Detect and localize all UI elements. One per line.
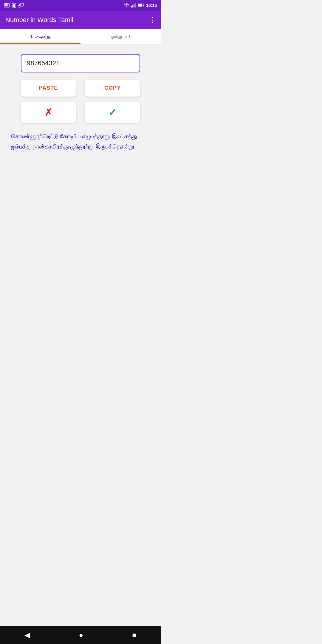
svg-rect-16 — [134, 4, 134, 7]
svg-rect-17 — [135, 3, 136, 7]
main-content: PASTE COPY ✗ ✓ தொண்ணூற்றெட்டு கோடியே எழு… — [0, 44, 161, 161]
svg-point-13 — [126, 7, 127, 7]
status-bar: 10:16 — [0, 0, 161, 11]
paste-button[interactable]: PASTE — [21, 80, 76, 97]
battery-icon — [138, 4, 144, 7]
status-time: 10:16 — [146, 3, 157, 8]
number-input[interactable] — [21, 54, 140, 72]
svg-rect-19 — [138, 4, 142, 7]
svg-rect-4 — [5, 5, 6, 6]
tab-word-to-number[interactable]: ஒன்று -> 1 — [80, 29, 161, 44]
svg-rect-3 — [7, 4, 8, 5]
svg-rect-7 — [6, 7, 8, 7]
status-bar-left — [4, 3, 24, 8]
svg-rect-20 — [143, 5, 144, 6]
svg-rect-15 — [132, 5, 133, 7]
signal-icon — [131, 3, 136, 7]
svg-rect-1 — [5, 4, 6, 5]
overflow-menu-icon[interactable]: ⋮ — [149, 16, 156, 24]
svg-point-12 — [19, 7, 20, 8]
clear-button[interactable]: ✗ — [21, 102, 76, 123]
app-title: Number in Words Tamil — [5, 16, 73, 24]
confirm-icon: ✓ — [109, 107, 117, 118]
keyboard-icon — [4, 3, 10, 8]
sim-icon — [11, 3, 17, 8]
wifi-icon — [124, 3, 129, 7]
svg-rect-14 — [131, 6, 132, 7]
result-text: தொண்ணூற்றெட்டு கோடியே எழுபத்தாறு இலட்சத்… — [9, 131, 152, 151]
svg-rect-10 — [13, 4, 14, 4]
svg-rect-11 — [20, 3, 24, 6]
svg-rect-5 — [6, 5, 7, 6]
svg-rect-6 — [7, 5, 8, 6]
confirm-button[interactable]: ✓ — [85, 102, 140, 123]
app-bar: Number in Words Tamil ⋮ — [0, 11, 161, 29]
cast-icon — [18, 3, 24, 8]
tab-number-to-word[interactable]: 1 -> ஒன்று — [0, 29, 80, 44]
buttons-row: PASTE COPY — [21, 80, 140, 97]
tabs-bar: 1 -> ஒன்று ஒன்று -> 1 — [0, 29, 161, 44]
clear-icon: ✗ — [44, 107, 52, 118]
copy-button[interactable]: COPY — [85, 80, 140, 97]
svg-rect-9 — [13, 4, 15, 7]
status-bar-right: 10:16 — [124, 3, 157, 8]
svg-rect-2 — [6, 4, 7, 5]
check-row: ✗ ✓ — [21, 102, 140, 123]
